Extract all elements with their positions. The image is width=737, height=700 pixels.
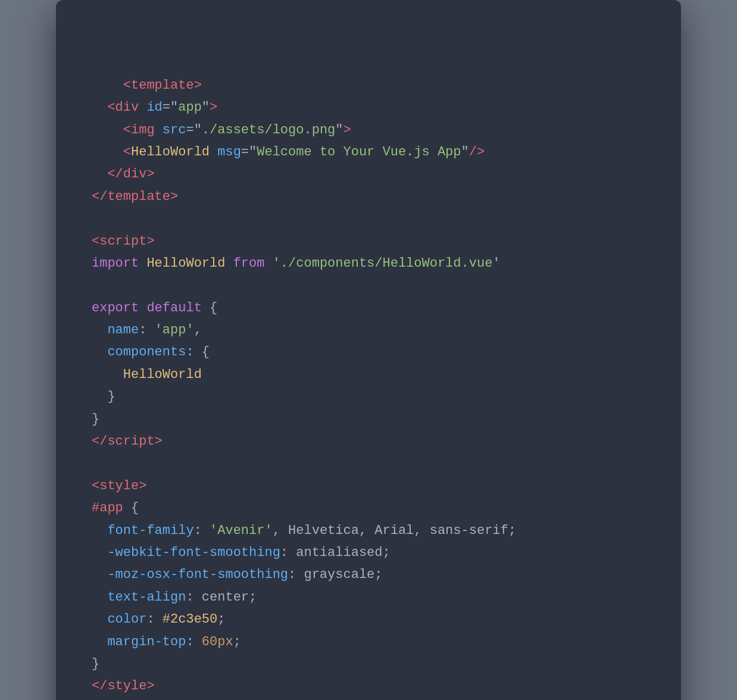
code-content: <template> <div id="app"> <img src="./as… <box>92 30 645 700</box>
code-window: <template> <div id="app"> <img src="./as… <box>56 0 681 700</box>
line-1: <template> <div id="app"> <img src="./as… <box>92 78 516 694</box>
